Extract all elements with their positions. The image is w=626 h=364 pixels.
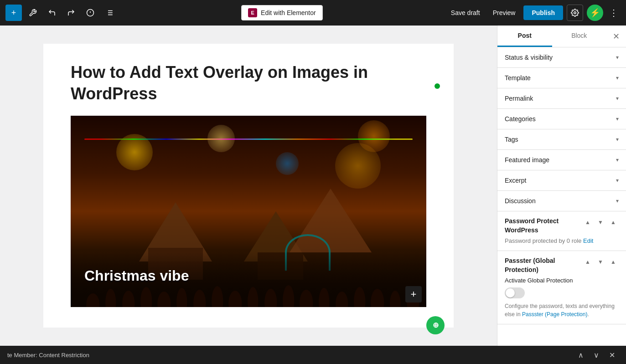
bottom-expand-button[interactable]: ∨: [590, 349, 603, 361]
svg-point-19: [248, 287, 258, 307]
template-title: Template: [505, 74, 531, 82]
add-block-button[interactable]: +: [5, 5, 22, 21]
permalink-header[interactable]: Permalink ▾: [497, 88, 626, 108]
tags-header[interactable]: Tags ▾: [497, 129, 626, 149]
post-image-container: Christmas vibe +: [71, 116, 426, 307]
svg-point-24: [336, 292, 348, 307]
edit-with-elementor-button[interactable]: E Edit with Elementor: [241, 5, 323, 21]
tools-button[interactable]: [25, 5, 41, 21]
svg-point-13: [140, 287, 152, 307]
svg-point-20: [264, 289, 277, 307]
sidebar-section-template: Template ▾: [497, 68, 626, 88]
featured-image-header[interactable]: Featured image ▾: [497, 150, 626, 170]
svg-point-22: [300, 290, 313, 307]
post-featured-image: Christmas vibe: [71, 116, 426, 307]
password-protect-up[interactable]: ▲: [582, 217, 593, 228]
toolbar-right: Save draft Preview Publish ⚡ ⋮: [446, 5, 621, 21]
categories-title: Categories: [505, 115, 536, 123]
settings-button[interactable]: [567, 5, 583, 21]
password-protect-controls: ▲ ▼ ▲: [582, 217, 619, 228]
svg-point-12: [122, 291, 135, 307]
sidebar-section-categories: Categories ▾: [497, 109, 626, 129]
main-toolbar: + E Edit with Elementor Save draft Previ…: [0, 0, 626, 26]
sidebar-close-button[interactable]: ✕: [606, 26, 626, 47]
featured-image-title: Featured image: [505, 156, 549, 164]
tab-post[interactable]: Post: [497, 26, 552, 47]
svg-point-23: [319, 288, 329, 307]
sidebar-section-discussion: Discussion ▾: [497, 191, 626, 211]
passster-toggle[interactable]: [505, 287, 525, 298]
add-block-button-image[interactable]: +: [405, 286, 422, 302]
sidebar-section-status: Status & visibility ▾: [497, 47, 626, 68]
bottom-bar: te Member: Content Restriction ∧ ∨ ✕: [0, 346, 626, 364]
tab-block[interactable]: Block: [552, 26, 607, 47]
editor-area: How to Add Text Overlay on Images in Wor…: [0, 26, 497, 346]
main-area: How to Add Text Overlay on Images in Wor…: [0, 26, 626, 346]
password-protect-down[interactable]: ▼: [595, 217, 606, 228]
bottom-collapse-button[interactable]: ∧: [574, 349, 587, 361]
password-protect-desc: Password protected by 0 role Edit: [505, 237, 619, 244]
toolbar-center: E Edit with Elementor: [121, 5, 443, 21]
svg-point-25: [354, 287, 365, 307]
password-protect-header: Password Protect WordPress ▲ ▼ ▲: [505, 217, 619, 235]
sidebar: Post Block ✕ Status & visibility ▾ Templ…: [497, 26, 626, 346]
passster-drag[interactable]: ▲: [608, 256, 619, 267]
svg-point-14: [157, 292, 171, 307]
list-view-button[interactable]: [101, 5, 118, 21]
undo-button[interactable]: [44, 5, 60, 21]
sidebar-tabs: Post Block ✕: [497, 26, 626, 47]
status-visibility-header[interactable]: Status & visibility ▾: [497, 47, 626, 67]
toggle-container: [505, 287, 619, 298]
sidebar-section-permalink: Permalink ▾: [497, 88, 626, 109]
svg-point-16: [193, 290, 206, 307]
svg-point-21: [283, 285, 294, 307]
floating-action-button[interactable]: ⊕: [426, 316, 445, 334]
svg-point-17: [212, 286, 223, 307]
passster-description: Configure the password, texts and everyt…: [505, 302, 619, 318]
passster-title: Passster (Global Protection): [505, 256, 582, 274]
toolbar-left: +: [5, 5, 118, 21]
svg-point-18: [228, 291, 242, 307]
passster-up[interactable]: ▲: [582, 256, 593, 267]
bottom-close-button[interactable]: ✕: [605, 349, 619, 361]
tags-title: Tags: [505, 136, 518, 143]
light-glow-5: [276, 152, 299, 175]
password-protect-drag[interactable]: ▲: [608, 217, 619, 228]
elementor-icon: E: [248, 8, 257, 17]
svg-point-9: [574, 12, 576, 14]
password-protect-title: Password Protect WordPress: [505, 217, 582, 235]
more-options-button[interactable]: ⋮: [607, 5, 621, 21]
sidebar-section-tags: Tags ▾: [497, 129, 626, 150]
light-string-top: [84, 138, 413, 140]
post-title[interactable]: How to Add Text Overlay on Images in Wor…: [71, 62, 426, 105]
svg-point-10: [86, 293, 99, 307]
editor-footer: ⊕: [71, 316, 426, 339]
categories-header[interactable]: Categories ▾: [497, 109, 626, 129]
discussion-title: Discussion: [505, 197, 536, 205]
featured-image-chevron: ▾: [616, 157, 619, 163]
discussion-header[interactable]: Discussion ▾: [497, 191, 626, 211]
passster-header: Passster (Global Protection) ▲ ▼ ▲: [505, 256, 619, 274]
passster-down[interactable]: ▼: [595, 256, 606, 267]
elementor-btn-label: Edit with Elementor: [261, 9, 316, 16]
svg-point-15: [176, 288, 187, 307]
passster-activate-label: Activate Global Protection: [505, 277, 619, 284]
excerpt-header[interactable]: Excerpt ▾: [497, 170, 626, 190]
save-draft-button[interactable]: Save draft: [446, 6, 485, 19]
lightning-button[interactable]: ⚡: [587, 5, 603, 21]
redo-button[interactable]: [63, 5, 79, 21]
toggle-knob: [506, 288, 515, 297]
publish-button[interactable]: Publish: [523, 5, 563, 20]
live-indicator: [435, 83, 440, 89]
categories-chevron: ▾: [616, 116, 619, 122]
template-header[interactable]: Template ▾: [497, 68, 626, 88]
status-visibility-title: Status & visibility: [505, 54, 553, 61]
bottom-bar-label: te Member: Content Restriction: [7, 352, 89, 359]
password-protect-edit-link[interactable]: Edit: [583, 237, 593, 244]
info-button[interactable]: [82, 5, 98, 21]
light-glow-4: [358, 120, 390, 152]
sidebar-section-featured-image: Featured image ▾: [497, 150, 626, 170]
password-protect-section: Password Protect WordPress ▲ ▼ ▲ Passwor…: [497, 211, 626, 251]
passster-link[interactable]: Passster (Page Protection): [522, 311, 587, 318]
preview-button[interactable]: Preview: [488, 6, 520, 19]
